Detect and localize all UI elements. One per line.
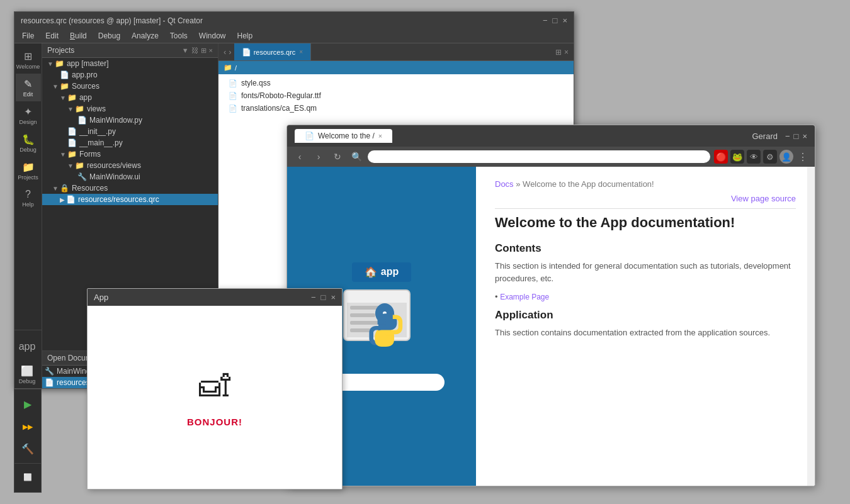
menu-tools[interactable]: Tools — [165, 30, 193, 42]
ext-icon-5[interactable]: 👤 — [779, 150, 793, 164]
menu-debug[interactable]: Debug — [93, 30, 125, 42]
example-page-link[interactable]: Example Page — [500, 293, 549, 301]
view-page-source-link[interactable]: View page source — [731, 194, 796, 203]
close-editor-icon[interactable]: × — [564, 48, 569, 57]
home-icon: 🏠 — [365, 266, 377, 278]
editor-tab-resources-qrc[interactable]: 📄 resources.qrc × — [234, 43, 311, 60]
browser-url-input[interactable] — [368, 150, 710, 163]
help-icon: ? — [25, 189, 31, 200]
tree-item-resources-folder[interactable]: ▼ 🔒 Resources — [42, 182, 218, 194]
tab-file-icon: 📄 — [242, 48, 251, 57]
browser-forward-button[interactable]: › — [311, 149, 326, 164]
tree-item-resources-qrc[interactable]: ▶ 📄 resources/resources.qrc — [42, 194, 218, 205]
browser-scrollbar[interactable] — [807, 167, 815, 486]
resource-prefix-header: 📁 / — [218, 61, 574, 74]
doc-contents-links: • Example Page — [495, 292, 796, 301]
menu-build[interactable]: Build — [65, 30, 92, 42]
nav-back-icon[interactable]: ‹ — [224, 47, 226, 57]
sidebar-item-help[interactable]: ? Help — [16, 184, 41, 212]
svg-rect-5 — [350, 328, 372, 332]
tab-close-icon[interactable]: × — [299, 48, 303, 55]
browser-menu-button[interactable]: ⋮ — [796, 150, 810, 164]
app-close-button[interactable]: × — [331, 293, 336, 302]
menu-help[interactable]: Help — [232, 30, 258, 42]
sidebar-item-design[interactable]: ✦ Design — [16, 101, 41, 129]
split-editor-icon[interactable]: ⊞ — [555, 48, 562, 57]
tree-item-views[interactable]: ▼ 📁 views — [42, 103, 218, 115]
minimize-button[interactable]: − — [543, 16, 548, 25]
close-panel-icon[interactable]: × — [209, 47, 213, 55]
menu-edit[interactable]: Edit — [40, 30, 64, 42]
sidebar-item-app[interactable]: app — [14, 333, 40, 361]
toggle-sidebar-button[interactable]: ⬜ — [16, 467, 39, 487]
tree-item-sources[interactable]: ▼ 📁 Sources — [42, 81, 218, 92]
breadcrumb-separator: » — [516, 179, 523, 189]
resource-item-style[interactable]: 📄 style.qss — [218, 77, 574, 89]
qt-window-title: resources.qrc (resources @ app) [master]… — [21, 16, 203, 25]
tree-item-app-pro[interactable]: 📄 app.pro — [42, 69, 218, 81]
ext-icon-2[interactable]: 🐸 — [730, 150, 744, 164]
browser-tab-close[interactable]: × — [378, 132, 382, 140]
browser-search-button[interactable]: 🔍 — [349, 149, 364, 164]
nav-forward-icon[interactable]: › — [229, 47, 231, 57]
ext-icon-3[interactable]: 👁 — [747, 150, 761, 164]
browser-minimize[interactable]: − — [785, 132, 790, 141]
breadcrumb-current: Welcome to the App documentation! — [523, 179, 654, 189]
tree-item-mainwindow-ui[interactable]: 🔧 MainWindow.ui — [42, 171, 218, 182]
sidebar-item-welcome[interactable]: ⊞ Welcome — [16, 46, 41, 74]
app-title-text: app — [381, 266, 399, 277]
ext-icon-4[interactable]: ⚙ — [763, 150, 777, 164]
resource-file-name: style.qss — [241, 79, 271, 87]
app-title-bar: 🏠 app — [352, 262, 411, 282]
tree-item-resources-views[interactable]: ▼ 📁 resources/views — [42, 160, 218, 171]
maximize-button[interactable]: □ — [553, 16, 558, 25]
browser-tab-welcome[interactable]: 📄 Welcome to the / × — [295, 129, 392, 143]
resource-file-icon: 📄 — [229, 79, 237, 87]
tree-item-mainwindow-py[interactable]: 📄 MainWindow.py — [42, 115, 218, 126]
resource-item-font[interactable]: 📄 fonts/Roboto-Regular.ttf — [218, 89, 574, 102]
sidebar-item-edit[interactable]: ✎ Edit — [16, 74, 41, 101]
tree-item-main-py[interactable]: 📄 __main__.py — [42, 137, 218, 148]
close-button[interactable]: × — [562, 16, 567, 25]
sidebar-item-debug[interactable]: 🐛 Debug — [16, 129, 41, 157]
menu-analyze[interactable]: Analyze — [127, 30, 164, 42]
tab-label: resources.qrc — [254, 48, 296, 56]
tree-item-init-py[interactable]: 📄 __init__.py — [42, 126, 218, 137]
split-icon[interactable]: ⊞ — [201, 47, 207, 55]
build-button[interactable]: 🔨 — [16, 439, 39, 459]
browser-tabs-area: 📄 Welcome to the / × — [295, 129, 392, 143]
projects-panel-title: Projects — [47, 46, 74, 55]
browser-titlebar: 📄 Welcome to the / × Gerard − □ × — [287, 125, 815, 147]
sofa-icon: 🛋 — [199, 367, 230, 404]
filter-icon[interactable]: ▼ — [182, 47, 189, 55]
python-logo — [341, 287, 422, 369]
editor-nav: ‹ › — [221, 47, 234, 57]
browser-refresh-button[interactable]: ↻ — [330, 149, 345, 164]
app-titlebar-controls: − □ × — [311, 293, 336, 302]
app-maximize-button[interactable]: □ — [321, 293, 326, 302]
menu-file[interactable]: File — [17, 30, 39, 42]
browser-maximize[interactable]: □ — [794, 132, 799, 141]
tree-item-app-folder[interactable]: ▼ 📁 app — [42, 92, 218, 103]
sidebar-item-projects[interactable]: 📁 Projects — [16, 157, 41, 184]
menu-window[interactable]: Window — [194, 30, 231, 42]
edit-icon: ✎ — [24, 78, 32, 90]
link-icon[interactable]: ⛓ — [191, 47, 198, 55]
browser-back-button[interactable]: ‹ — [292, 149, 307, 164]
sidebar-item-debug2[interactable]: ⬜ Debug — [14, 361, 40, 388]
resource-item-translation[interactable]: 📄 translations/ca_ES.qm — [218, 102, 574, 115]
tree-item-app-master[interactable]: ▼ 📁 app [master] — [42, 58, 218, 69]
tree-item-forms[interactable]: ▼ 📁 Forms — [42, 148, 218, 160]
help-label: Help — [22, 201, 34, 208]
run-button[interactable]: ▶ — [16, 395, 39, 415]
ext-icon-1[interactable]: 🔴 — [714, 150, 728, 164]
qt-titlebar: resources.qrc (resources @ app) [master]… — [14, 12, 574, 29]
welcome-icon: ⊞ — [24, 50, 32, 62]
run-debug-button[interactable]: ▶▶ — [16, 417, 39, 437]
app-titlebar: App − □ × — [88, 289, 342, 306]
breadcrumb-docs-link[interactable]: Docs — [495, 179, 514, 189]
app-minimize-button[interactable]: − — [311, 293, 316, 302]
doc-section-contents: Contents — [495, 242, 796, 255]
browser-close[interactable]: × — [802, 132, 807, 141]
welcome-label: Welcome — [16, 64, 40, 70]
